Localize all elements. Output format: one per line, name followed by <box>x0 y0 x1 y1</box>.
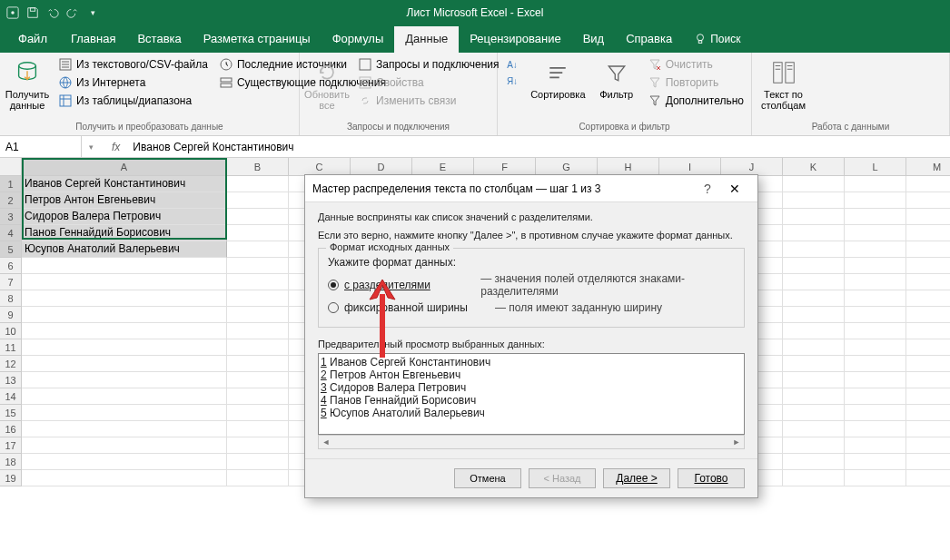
formula-input[interactable] <box>127 139 950 155</box>
cell[interactable] <box>227 274 289 290</box>
row-header[interactable]: 7 <box>0 274 21 290</box>
from-csv-button[interactable]: Из текстового/CSV-файла <box>56 56 210 73</box>
row-header[interactable]: 14 <box>0 388 21 405</box>
column-header[interactable]: G <box>536 158 598 175</box>
cell[interactable] <box>227 241 289 258</box>
filter-button[interactable]: Фильтр <box>595 56 638 102</box>
column-header[interactable]: E <box>412 158 474 175</box>
cell[interactable] <box>906 241 950 258</box>
row-header[interactable]: 11 <box>0 339 21 356</box>
from-web-button[interactable]: Из Интернета <box>56 74 210 91</box>
undo-icon[interactable] <box>45 5 60 20</box>
cell[interactable] <box>227 192 289 209</box>
cell[interactable] <box>845 372 906 388</box>
fx-icon[interactable]: fx <box>112 141 120 153</box>
cell[interactable] <box>845 192 906 209</box>
cell[interactable] <box>845 454 906 470</box>
cell[interactable] <box>783 356 845 372</box>
refresh-all-button[interactable]: Обновить все <box>305 56 349 113</box>
cell[interactable] <box>906 339 950 356</box>
cell[interactable] <box>906 192 950 209</box>
tab-data[interactable]: Данные <box>394 26 459 53</box>
cell[interactable] <box>845 307 906 323</box>
cancel-button[interactable]: Отмена <box>454 468 521 488</box>
name-box[interactable]: A1 <box>0 136 82 157</box>
cell[interactable] <box>845 323 906 339</box>
tab-home[interactable]: Главная <box>60 26 126 53</box>
cell[interactable] <box>845 356 906 372</box>
cell[interactable] <box>783 290 845 307</box>
column-header[interactable]: A <box>22 158 227 175</box>
cell[interactable] <box>227 339 289 356</box>
row-header[interactable]: 18 <box>0 454 21 470</box>
close-icon[interactable]: ✕ <box>719 182 750 196</box>
from-table-button[interactable]: Из таблицы/диапазона <box>56 93 210 109</box>
row-header[interactable]: 12 <box>0 356 21 372</box>
cell[interactable] <box>22 388 227 405</box>
sort-az-button[interactable]: А↓ <box>503 56 521 73</box>
cell[interactable] <box>227 470 289 486</box>
cell[interactable] <box>22 356 227 372</box>
row-header[interactable]: 15 <box>0 405 21 421</box>
cell[interactable]: Юсупов Анатолий Валерьевич <box>22 241 227 258</box>
cell[interactable] <box>227 225 289 241</box>
cell[interactable] <box>845 258 906 274</box>
row-header[interactable]: 9 <box>0 307 21 323</box>
scroll-left-icon[interactable]: ◄ <box>319 436 333 448</box>
cell[interactable] <box>783 454 845 470</box>
cell[interactable] <box>783 388 845 405</box>
row-header[interactable]: 13 <box>0 372 21 388</box>
cell[interactable] <box>783 307 845 323</box>
cell[interactable] <box>227 176 289 192</box>
cell[interactable] <box>22 339 227 356</box>
cell[interactable] <box>906 405 950 421</box>
cell[interactable] <box>22 290 227 307</box>
cell[interactable] <box>22 421 227 437</box>
cell[interactable] <box>845 339 906 356</box>
cell[interactable] <box>845 421 906 437</box>
cell[interactable] <box>906 209 950 225</box>
tab-review[interactable]: Рецензирование <box>459 26 571 53</box>
text-to-columns-button[interactable]: Текст по столбцам <box>757 56 809 113</box>
cell[interactable] <box>906 356 950 372</box>
cell[interactable] <box>227 388 289 405</box>
cell[interactable] <box>783 339 845 356</box>
cell[interactable] <box>783 225 845 241</box>
row-header[interactable]: 1 <box>0 176 21 192</box>
row-header[interactable]: 19 <box>0 470 21 486</box>
cell[interactable] <box>783 274 845 290</box>
column-header[interactable]: M <box>906 158 950 175</box>
cell[interactable] <box>227 437 289 454</box>
cell[interactable] <box>783 209 845 225</box>
cell[interactable] <box>906 372 950 388</box>
next-button[interactable]: Далее > <box>603 468 670 488</box>
cell[interactable] <box>227 307 289 323</box>
column-header[interactable]: H <box>598 158 659 175</box>
row-header[interactable]: 16 <box>0 421 21 437</box>
cell[interactable] <box>845 437 906 454</box>
column-header[interactable]: L <box>845 158 906 175</box>
qat-customize-icon[interactable]: ▾ <box>85 5 100 20</box>
cell[interactable] <box>845 405 906 421</box>
cell[interactable] <box>227 454 289 470</box>
scroll-track[interactable] <box>333 436 729 448</box>
cell[interactable]: Сидоров Валера Петрович <box>22 209 227 225</box>
cell[interactable] <box>906 437 950 454</box>
preview-box[interactable]: 1 Иванов Сергей Константинович2 Петров А… <box>318 353 745 435</box>
redo-icon[interactable] <box>65 5 80 20</box>
column-header[interactable]: D <box>351 158 412 175</box>
cell[interactable] <box>783 192 845 209</box>
row-header[interactable]: 5 <box>0 241 21 258</box>
tab-view[interactable]: Вид <box>572 26 616 53</box>
tab-page-layout[interactable]: Разметка страницы <box>193 26 322 53</box>
cell[interactable] <box>845 209 906 225</box>
radio-fixed-width[interactable]: фиксированной ширины — поля имеют заданн… <box>328 301 735 314</box>
cell[interactable]: Петров Антон Евгеньевич <box>22 192 227 209</box>
autosave-icon[interactable] <box>5 5 20 20</box>
cell[interactable] <box>906 258 950 274</box>
cell[interactable]: Иванов Сергей Константинович <box>22 176 227 192</box>
get-data-button[interactable]: Получить данные <box>5 56 49 113</box>
cell[interactable] <box>227 356 289 372</box>
cell[interactable]: Панов Геннайдий Борисович <box>22 225 227 241</box>
column-header[interactable]: C <box>289 158 351 175</box>
